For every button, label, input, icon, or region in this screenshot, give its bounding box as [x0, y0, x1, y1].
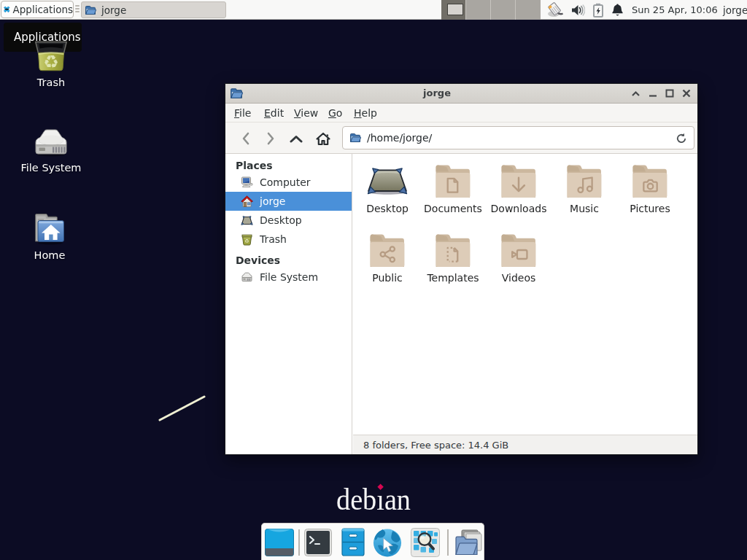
file-videos[interactable]: Videos	[486, 232, 551, 284]
file-music[interactable]: Music	[551, 163, 617, 214]
folder-launcher[interactable]	[454, 528, 484, 557]
web-browser-launcher[interactable]	[373, 528, 402, 557]
user-home-icon	[241, 195, 253, 208]
menu-edit[interactable]: Edit	[264, 104, 284, 122]
maximize-button[interactable]	[661, 84, 678, 103]
folder-templates-icon	[435, 232, 471, 268]
sidebar: Places Computer	[225, 154, 352, 454]
trash-mini-icon: ♻	[241, 233, 253, 246]
home-icon	[315, 132, 331, 146]
taskbar-folder-icon	[85, 4, 96, 16]
applications-button[interactable]: Applications	[1, 1, 74, 18]
reload-button[interactable]	[673, 131, 689, 147]
file-public[interactable]: Public	[355, 232, 420, 284]
workspace-4[interactable]	[516, 0, 541, 20]
sidebar-item-jorge[interactable]: jorge	[225, 192, 352, 211]
desktop-icon-home[interactable]: Home	[15, 211, 85, 261]
file-desktop[interactable]: Desktop	[355, 163, 420, 214]
show-desktop-button[interactable]	[265, 528, 294, 557]
file-label: Templates	[420, 273, 486, 284]
taskbar-window-label: jorge	[101, 4, 126, 16]
workspace-2[interactable]	[466, 0, 491, 20]
battery-icon[interactable]	[592, 3, 604, 18]
volume-icon[interactable]	[571, 4, 585, 16]
desktop-icon-trash[interactable]: ♻ Trash	[16, 38, 86, 88]
sidebar-header-places: Places	[236, 158, 273, 173]
desktop-pad-icon	[367, 163, 408, 199]
taskbar-window-button[interactable]: jorge	[81, 1, 226, 18]
desktop-icon-label: Home	[15, 250, 85, 261]
debian-logo: debıan	[286, 474, 461, 525]
shade-button[interactable]	[627, 84, 644, 103]
menu-go[interactable]: Go	[328, 104, 342, 122]
desktop-icon-label: File System	[16, 163, 86, 174]
file-label: Public	[355, 273, 420, 284]
window-title: jorge	[225, 84, 649, 103]
desktop-icon-filesystem[interactable]: File System	[16, 123, 86, 174]
back-icon	[241, 132, 249, 145]
stray-line-artifact	[153, 390, 219, 430]
path-folder-icon	[349, 132, 361, 144]
terminal-launcher[interactable]	[304, 528, 332, 557]
workspace-1[interactable]	[441, 0, 466, 20]
svg-text:♻: ♻	[244, 238, 249, 244]
workspace-switcher	[441, 0, 541, 20]
sidebar-item-computer[interactable]: Computer	[225, 173, 352, 192]
close-button[interactable]	[678, 84, 694, 103]
sidebar-item-desktop[interactable]: Desktop	[225, 211, 352, 230]
close-icon	[682, 89, 691, 98]
file-pictures[interactable]: Pictures	[617, 163, 683, 214]
reload-icon	[676, 133, 687, 144]
menu-file[interactable]: File	[234, 104, 251, 122]
panel-username[interactable]: jorge	[723, 0, 747, 20]
forward-button[interactable]	[260, 128, 282, 149]
top-panel: Applications jorge	[0, 0, 747, 20]
file-manager-launcher[interactable]	[341, 528, 366, 557]
sidebar-item-trash[interactable]: ♻ Trash	[225, 230, 352, 249]
home-button[interactable]	[312, 128, 334, 149]
app-finder-icon	[411, 528, 440, 557]
back-button[interactable]	[234, 128, 256, 149]
web-browser-icon	[373, 528, 402, 558]
path-entry[interactable]: /home/jorge/	[342, 126, 694, 149]
minimize-button[interactable]	[644, 84, 661, 103]
panel-handle	[75, 5, 80, 15]
network-icon[interactable]	[547, 2, 564, 18]
file-label: Videos	[486, 273, 551, 284]
debian-logo-text: deb	[336, 482, 376, 516]
file-label: Desktop	[355, 203, 420, 214]
up-button[interactable]	[285, 128, 307, 149]
sidebar-item-label: Computer	[260, 176, 311, 188]
file-label: Downloads	[486, 203, 551, 214]
file-downloads[interactable]: Downloads	[486, 163, 551, 214]
menu-view[interactable]: View	[294, 104, 318, 122]
file-templates[interactable]: Templates	[420, 232, 486, 284]
clock[interactable]: Sun 25 Apr, 10:06	[632, 0, 718, 20]
drive-mini-icon	[241, 271, 253, 284]
minimize-icon	[649, 90, 657, 97]
dock-panel	[261, 523, 484, 560]
menu-help[interactable]: Help	[354, 104, 377, 122]
folder-downloads-icon	[500, 163, 537, 199]
statusbar: 8 folders, Free space: 14.4 GiB	[353, 435, 697, 454]
menubar: File Edit View Go Help	[225, 104, 697, 122]
window-content: Places Computer	[225, 154, 697, 454]
svg-text:debıan: debıan	[336, 482, 411, 516]
file-manager-window: jorge File Edit View Go Help	[225, 83, 698, 455]
desktop-icon-label: Trash	[16, 77, 86, 88]
chevron-up-icon	[631, 90, 640, 97]
app-finder-launcher[interactable]	[411, 528, 440, 557]
folder-music-icon	[566, 163, 603, 199]
dock-separator	[298, 529, 300, 556]
terminal-icon	[304, 529, 332, 556]
workspace-3[interactable]	[491, 0, 516, 20]
titlebar[interactable]: jorge	[225, 84, 697, 104]
sidebar-header-devices: Devices	[236, 253, 280, 268]
file-documents[interactable]: Documents	[420, 163, 486, 214]
file-label: Pictures	[617, 203, 683, 214]
forward-icon	[267, 132, 275, 145]
home-folder-icon	[32, 211, 67, 246]
debian-logo-text-an: an	[384, 482, 411, 516]
sidebar-item-filesystem[interactable]: File System	[225, 268, 352, 287]
bell-icon[interactable]	[611, 3, 624, 17]
